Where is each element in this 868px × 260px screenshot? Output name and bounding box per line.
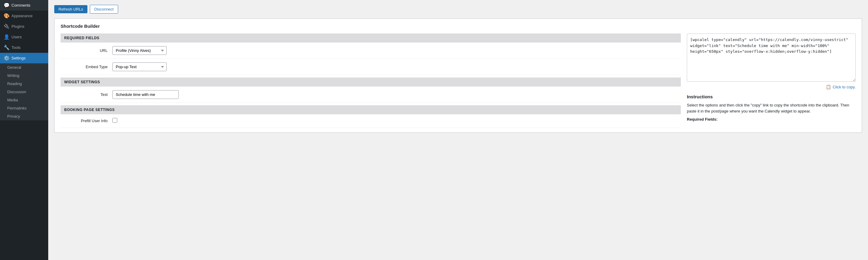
sidebar-item-comments[interactable]: 💬 Comments	[0, 0, 48, 10]
prefill-label: Prefill User Info	[64, 119, 113, 123]
url-label: URL	[64, 48, 113, 53]
sidebar-item-privacy[interactable]: Privacy	[0, 112, 48, 120]
sidebar-item-appearance[interactable]: 🎨 Appearance	[0, 10, 48, 21]
sidebar: 💬 Comments 🎨 Appearance 🔌 Plugins 👤 User…	[0, 0, 48, 260]
sidebar-item-tools[interactable]: 🔧 Tools	[0, 42, 48, 53]
widget-settings-header: WIDGET SETTINGS	[61, 78, 681, 87]
sidebar-item-label: Appearance	[11, 13, 33, 18]
text-input[interactable]	[113, 90, 179, 99]
instructions-body: Select the options and then click the "c…	[687, 102, 856, 114]
sidebar-item-label: Users	[11, 35, 22, 39]
shortcode-textarea[interactable]: [wpcalel type="calendly" url="https://ca…	[687, 33, 856, 82]
sidebar-item-label: Tools	[11, 45, 21, 50]
copy-icon: 📋	[826, 84, 831, 89]
url-select[interactable]: Profile (Vinny Alves)	[113, 46, 167, 55]
settings-submenu: General Writing Reading Discussion Media…	[0, 63, 48, 120]
sidebar-item-label: Comments	[11, 3, 30, 7]
prefill-control	[113, 118, 677, 124]
refresh-urls-button[interactable]: Refresh URLs	[54, 5, 87, 13]
sidebar-item-label: Plugins	[11, 24, 24, 29]
submenu-label: Writing	[7, 73, 19, 78]
sidebar-item-writing[interactable]: Writing	[0, 71, 48, 80]
sidebar-item-general[interactable]: General	[0, 63, 48, 71]
builder-left: REQUIRED FIELDS URL Profile (Vinny Alves…	[61, 33, 681, 127]
embed-type-control: Pop-up Text	[113, 62, 677, 71]
sidebar-item-users[interactable]: 👤 Users	[0, 32, 48, 42]
embed-type-label: Embed Type	[64, 64, 113, 69]
instructions-subtitle: Required Fields:	[687, 117, 856, 121]
copy-link-label: Click to copy.	[833, 85, 856, 89]
panel-title: Shortcode Builder	[61, 24, 856, 29]
builder-right: [wpcalel type="calendly" url="https://ca…	[687, 33, 856, 121]
embed-type-row: Embed Type Pop-up Text	[61, 59, 681, 75]
builder-layout: REQUIRED FIELDS URL Profile (Vinny Alves…	[61, 33, 856, 127]
sidebar-item-reading[interactable]: Reading	[0, 80, 48, 88]
sidebar-item-settings[interactable]: ⚙️ Settings	[0, 53, 48, 63]
main-content: Refresh URLs Disconnect Shortcode Builde…	[48, 0, 868, 260]
prefill-row: Prefill User Info	[61, 114, 681, 127]
sidebar-item-permalinks[interactable]: Permalinks	[0, 104, 48, 112]
comments-icon: 💬	[4, 2, 9, 8]
shortcode-builder-panel: Shortcode Builder REQUIRED FIELDS URL Pr…	[54, 19, 862, 133]
text-control	[113, 90, 677, 99]
text-row: Text	[61, 87, 681, 103]
booking-page-header: BOOKING PAGE SETTINGS	[61, 105, 681, 114]
required-fields-header: REQUIRED FIELDS	[61, 33, 681, 42]
submenu-label: Privacy	[7, 114, 20, 119]
appearance-icon: 🎨	[4, 13, 9, 19]
sidebar-item-plugins[interactable]: 🔌 Plugins	[0, 21, 48, 32]
plugins-icon: 🔌	[4, 24, 9, 29]
sidebar-item-media[interactable]: Media	[0, 96, 48, 104]
url-control: Profile (Vinny Alves)	[113, 46, 677, 55]
tools-icon: 🔧	[4, 45, 9, 50]
top-buttons: Refresh URLs Disconnect	[54, 5, 862, 13]
submenu-label: Discussion	[7, 90, 26, 94]
copy-link[interactable]: 📋 Click to copy.	[687, 84, 856, 89]
embed-type-select[interactable]: Pop-up Text	[113, 62, 167, 71]
submenu-label: General	[7, 65, 21, 70]
settings-icon: ⚙️	[4, 55, 9, 61]
sidebar-item-label: Settings	[11, 56, 26, 60]
users-icon: 👤	[4, 34, 9, 40]
sidebar-item-discussion[interactable]: Discussion	[0, 88, 48, 96]
submenu-label: Permalinks	[7, 106, 27, 110]
disconnect-button[interactable]: Disconnect	[90, 5, 118, 13]
prefill-checkbox[interactable]	[113, 118, 117, 123]
submenu-label: Reading	[7, 81, 22, 86]
url-row: URL Profile (Vinny Alves)	[61, 42, 681, 59]
instructions-title: Instructions	[687, 94, 856, 99]
submenu-label: Media	[7, 98, 18, 102]
text-label: Text	[64, 92, 113, 97]
